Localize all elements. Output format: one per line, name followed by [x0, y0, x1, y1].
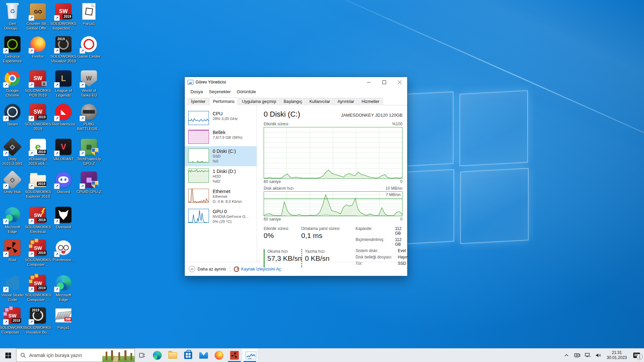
sidebar-sparkline: [188, 148, 209, 163]
action-center-button[interactable]: 1: [630, 349, 643, 362]
desktop-icon-label: Porofessor...: [53, 258, 74, 262]
taskbar-app-edge[interactable]: [150, 349, 165, 362]
desktop-icon-overwolf[interactable]: ↗Overwolf: [47, 206, 79, 230]
app-icon: ↗: [4, 36, 21, 53]
desktop-icon-game-center[interactable]: ↗Game Center: [73, 36, 105, 59]
menu-görüntüle[interactable]: Görüntüle: [234, 88, 259, 96]
shortcut-arrow-icon: ↗: [29, 251, 34, 257]
taskbar-clock[interactable]: 21:31 30.01.2023: [604, 350, 629, 360]
search-highlight-image[interactable]: [102, 349, 135, 362]
maximize-button[interactable]: [376, 77, 392, 87]
desktop-icon-label: PUBGBATTLEGR...: [77, 122, 100, 131]
detail-row: Biçimlendirilmiş:112 GB: [356, 237, 408, 247]
shortcut-arrow-icon: ↗: [3, 251, 9, 257]
chart1-axis-right: 0: [400, 179, 402, 184]
menubar: DosyaSeçeneklerGörüntüle: [185, 87, 407, 96]
sidebar-item-title: 0 Diski (C:): [213, 148, 236, 154]
tab-strip: İşlemlerPerformansUygulama geçmişiBaşlan…: [185, 96, 407, 105]
desktop-icon-label: Firefox: [32, 54, 44, 59]
transfer-rate-chart: 7 MB/sn: [264, 191, 402, 216]
search-placeholder: Aramak için buraya yazın: [29, 353, 102, 358]
shortcut-arrow-icon: ↗: [79, 150, 85, 156]
tray-network-icon[interactable]: [583, 349, 593, 362]
search-input[interactable]: Aramak için buraya yazın: [16, 349, 135, 362]
taskbar-app-mail[interactable]: [196, 349, 211, 362]
shortcut-arrow-icon: ↗: [3, 116, 9, 121]
less-details-button[interactable]: Daha az ayrıntı: [189, 266, 226, 272]
window-titlebar[interactable]: Görev Yöneticisi: [185, 77, 407, 87]
desktop-icon-world-of[interactable]: W↗World ofTanks EU: [73, 70, 105, 98]
detail-row: Sistem diski:Evet: [356, 248, 408, 253]
app-icon: ↗: [55, 274, 72, 292]
file-explorer-icon: [168, 352, 177, 359]
sidebar-item-gpu-0[interactable]: GPU 0NVIDIA GeForce G...0% (29 °C): [185, 206, 257, 227]
tray-volume-icon[interactable]: [594, 349, 604, 362]
sidebar-item-0-diski-c-[interactable]: 0 Diski (C:)SSD%0: [185, 146, 257, 166]
sidebar-item-detail: Ethernet: [213, 194, 242, 199]
task-manager-window: Görev Yöneticisi DosyaSeçeneklerGörüntül…: [184, 77, 408, 276]
shortcut-arrow-icon: ↗: [29, 82, 34, 88]
sidebar-item-ethernet[interactable]: EthernetEthernetG: 0 A: 8,0 Kb/sn: [185, 186, 257, 206]
taskbar-app-file-explorer[interactable]: [165, 349, 180, 362]
shortcut-arrow-icon: ↗: [3, 183, 9, 189]
desktop-icon-label: Unity2021.3.16f1: [2, 157, 23, 166]
start-button[interactable]: [0, 349, 16, 362]
shortcut-arrow-icon: ↗: [54, 48, 60, 54]
menu-seçenekler[interactable]: Seçenekler: [206, 88, 234, 96]
tray-capture-icon[interactable]: [572, 349, 582, 362]
taskbar-app-task-manager[interactable]: [242, 349, 258, 362]
task-view-icon: [139, 353, 145, 358]
shortcut-arrow-icon: ↗: [3, 150, 9, 156]
app-icon: SW2019↗: [29, 103, 47, 121]
tab-i-şlemler[interactable]: İşlemler: [187, 98, 209, 105]
sidebar-item-bellek[interactable]: Bellek7,6/7,9 GB (96%): [185, 127, 257, 146]
desktop-icon-microsoft[interactable]: ↗MicrosoftEdge: [47, 274, 79, 302]
window-title: Görev Yöneticisi: [196, 80, 361, 84]
minimize-button[interactable]: [361, 77, 376, 87]
stat-yazma-hızı: Yazma hızı0 KB/sn: [301, 249, 341, 268]
tab-hizmetler[interactable]: Hizmetler: [358, 98, 383, 105]
app-icon: V↗: [55, 138, 72, 156]
desktop-icon-label: GeriDönüşü...: [4, 21, 20, 31]
footer-divider: [230, 266, 230, 272]
taskbar-app-rust[interactable]: [227, 349, 242, 362]
app-icon: ↗: [4, 103, 21, 121]
desktop-icon-pubg[interactable]: ↗PUBGBATTLEGR...: [73, 103, 105, 131]
close-button[interactable]: [392, 77, 407, 87]
desktop-icon-label: Parça1: [57, 325, 69, 330]
shortcut-arrow-icon: ↗: [29, 219, 34, 224]
disk-panel-title: 0 Diski (C:): [264, 110, 341, 119]
tab-uygulama-geçmişi[interactable]: Uygulama geçmişi: [238, 98, 279, 105]
shortcut-arrow-icon: ↗: [79, 183, 85, 189]
desktop-icon-par-a1[interactable]: Parça1: [73, 3, 105, 26]
tab-ayrıntılar[interactable]: Ayrıntılar: [334, 98, 358, 105]
clock-date: 30.01.2023: [604, 355, 629, 360]
shortcut-arrow-icon: ↗: [54, 150, 60, 156]
sidebar-item-detail: SSD: [213, 154, 236, 159]
desktop-icon-cpuid-cpu-z[interactable]: ▦↗CPUID CPU-Z: [73, 171, 105, 194]
recycle-bin-icon: ♻: [4, 3, 21, 20]
tab-başlangıç[interactable]: Başlangıç: [280, 98, 306, 105]
desktop-icon-techpowerup[interactable]: ▦↗TechPowerUpGPU-Z: [73, 138, 105, 166]
tab-performans[interactable]: Performans: [210, 97, 238, 105]
desktop-icon-par-a1[interactable]: SWParça1: [47, 307, 79, 330]
sidebar-item-cpu[interactable]: CPU28% 3,00 GHz: [185, 109, 257, 127]
shortcut-arrow-icon: ↗: [54, 116, 60, 121]
tab-kullanıcılar[interactable]: Kullanıcılar: [306, 98, 333, 105]
sidebar-sparkline: [188, 130, 209, 144]
task-view-button[interactable]: [135, 349, 150, 362]
app-icon: ↗: [4, 274, 21, 292]
tray-chevron-up-icon[interactable]: [561, 349, 572, 362]
taskbar-app-firefox[interactable]: [211, 349, 227, 362]
detail-row: Tür:SSD: [356, 261, 408, 266]
desktop-icon-porofessor-[interactable]: ↗Porofessor...: [47, 239, 79, 262]
app-icon: ◇↗: [4, 138, 21, 156]
taskbar-app-store[interactable]: [180, 349, 196, 362]
windows-start-icon: [5, 353, 11, 358]
sidebar-item-1-diski-d-[interactable]: 1 Diski (D:)HDD%82: [185, 166, 257, 186]
desktop-icon-label: Counter-Str...Global Offe...: [26, 21, 49, 31]
sidebar-sparkline: [188, 169, 209, 183]
chart2-max-label: 10 MB/sn: [385, 186, 402, 191]
menu-dosya[interactable]: Dosya: [187, 88, 206, 96]
app-icon: ↗: [4, 239, 21, 256]
